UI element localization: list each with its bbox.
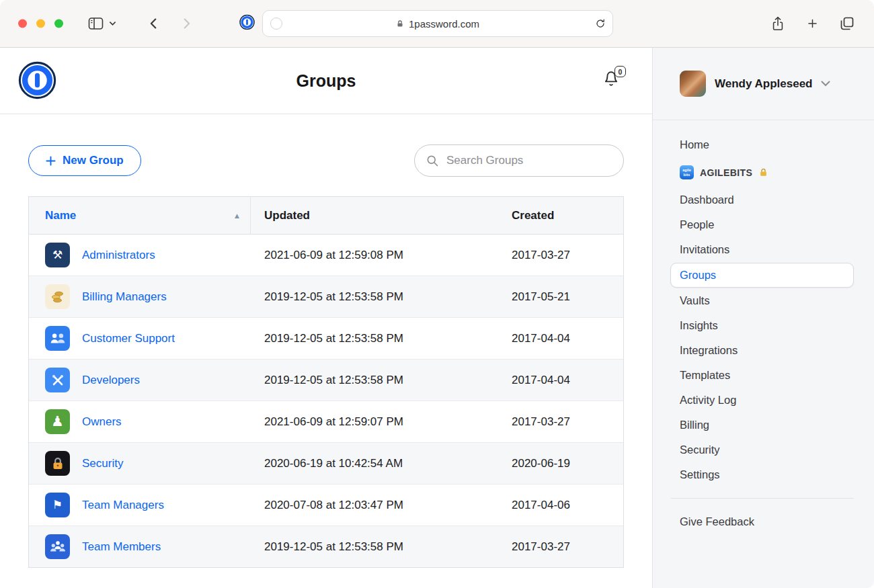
zoom-window-button[interactable] [54, 19, 63, 28]
tabs-icon [839, 15, 855, 32]
sidebar-item-billing[interactable]: Billing [653, 413, 874, 437]
secure-lock-icon [396, 19, 404, 28]
chevron-down-icon [109, 21, 116, 26]
table-row-team-managers[interactable]: ⚑ Team Managers 2020-07-08 at 12:03:47 P… [29, 484, 623, 526]
account-name: Wendy Appleseed [715, 77, 812, 91]
sidebar-item-agilebits[interactable]: agile bits AGILEBITS [653, 157, 874, 187]
forward-button[interactable] [179, 16, 194, 31]
created-cell: 2017-03-27 [498, 249, 623, 262]
page-title: Groups [296, 71, 356, 91]
search-input[interactable] [445, 153, 612, 168]
new-tab-button[interactable] [806, 17, 819, 30]
sidebar-icon [87, 16, 104, 31]
column-header-created[interactable]: Created [498, 197, 623, 234]
url-text: 1password.com [409, 18, 479, 30]
sidebar-item-activity-log[interactable]: Activity Log [653, 388, 874, 413]
tab-overview-button[interactable] [839, 15, 855, 32]
group-link[interactable]: Team Managers [82, 499, 164, 512]
page-header: Groups 0 [0, 48, 652, 114]
created-cell: 2020-06-19 [498, 457, 623, 470]
table-row-developers[interactable]: Developers 2019-12-05 at 12:53:58 PM 201… [29, 359, 623, 401]
people-group-icon [45, 534, 70, 559]
back-button[interactable] [147, 16, 161, 31]
window-controls [18, 19, 63, 28]
main-content: Groups 0 New Group [0, 48, 652, 588]
search-icon [426, 154, 439, 167]
address-bar[interactable]: 1password.com [262, 10, 613, 37]
search-groups-field[interactable] [414, 144, 624, 177]
flag-icon: ⚑ [45, 493, 70, 517]
created-cell: 2017-03-27 [498, 540, 623, 554]
site-settings-icon[interactable] [270, 17, 282, 30]
sidebar-item-integrations[interactable]: Integrations [653, 338, 874, 363]
crossed-tools-icon: ⚒ [45, 243, 70, 267]
column-header-updated[interactable]: Updated [251, 197, 498, 234]
reload-icon [595, 18, 606, 29]
sidebar-menu-chevron[interactable] [109, 21, 116, 26]
updated-cell: 2019-12-05 at 12:53:58 PM [251, 332, 498, 345]
account-sidebar: Wendy Appleseed Home agile bits AGILEBIT… [652, 48, 874, 588]
reload-button[interactable] [595, 18, 606, 29]
table-body: ⚒ Administrators 2021-06-09 at 12:59:08 … [29, 235, 623, 567]
updated-cell: 2020-07-08 at 12:03:47 PM [251, 499, 498, 512]
share-icon [770, 15, 785, 32]
group-link[interactable]: Team Members [82, 540, 161, 554]
updated-cell: 2021-06-09 at 12:59:07 PM [251, 415, 498, 429]
avatar [680, 71, 706, 97]
wrench-hammer-icon [45, 368, 70, 392]
chevron-right-icon [179, 16, 194, 31]
sidebar-toggle-button[interactable] [87, 16, 104, 31]
chevron-down-icon [821, 81, 830, 87]
created-cell: 2017-04-06 [498, 499, 623, 512]
people-icon [45, 326, 70, 351]
group-link[interactable]: Security [82, 457, 123, 470]
gold-lock-icon [758, 167, 768, 177]
padlock-icon [45, 451, 70, 476]
sidebar-item-home[interactable]: Home [653, 132, 874, 157]
table-row-customer-support[interactable]: Customer Support 2019-12-05 at 12:53:58 … [29, 317, 623, 359]
sidebar-item-insights[interactable]: Insights [653, 313, 874, 338]
group-link[interactable]: Developers [82, 374, 140, 387]
group-link[interactable]: Customer Support [82, 332, 175, 345]
new-group-button[interactable]: New Group [28, 145, 141, 176]
created-cell: 2017-03-27 [498, 415, 623, 429]
sort-ascending-icon: ▲ [235, 212, 239, 219]
sidebar-nav: Home agile bits AGILEBITS Dashboard Peop… [653, 120, 874, 534]
created-cell: 2017-04-04 [498, 374, 623, 387]
table-row-owners[interactable]: ♟ Owners 2021-06-09 at 12:59:07 PM 2017-… [29, 401, 623, 442]
column-header-name[interactable]: Name ▲ [29, 197, 251, 234]
table-row-administrators[interactable]: ⚒ Administrators 2021-06-09 at 12:59:08 … [29, 235, 623, 276]
groups-table: Name ▲ Updated Created ⚒ Admi [28, 196, 624, 568]
group-link[interactable]: Billing Managers [82, 290, 167, 304]
updated-cell: 2020-06-19 at 10:42:54 AM [251, 457, 498, 470]
notifications-button[interactable]: 0 [601, 68, 623, 91]
new-group-label: New Group [63, 154, 124, 167]
chess-piece-icon: ♟ [45, 409, 70, 434]
sidebar-item-groups[interactable]: Groups [670, 263, 854, 288]
sidebar-item-dashboard[interactable]: Dashboard [653, 187, 874, 212]
table-row-security[interactable]: Security 2020-06-19 at 10:42:54 AM 2020-… [29, 442, 623, 484]
sidebar-item-settings[interactable]: Settings [653, 462, 874, 487]
share-button[interactable] [770, 15, 785, 32]
browser-window: 1password.com [0, 0, 874, 588]
account-menu[interactable]: Wendy Appleseed [653, 48, 874, 120]
sidebar-item-people[interactable]: People [653, 212, 874, 237]
minimize-window-button[interactable] [36, 19, 45, 28]
sidebar-item-give-feedback[interactable]: Give Feedback [653, 509, 874, 534]
agilebits-icon: agile bits [680, 165, 694, 179]
sidebar-item-templates[interactable]: Templates [653, 363, 874, 388]
sidebar-item-security[interactable]: Security [653, 437, 874, 462]
group-link[interactable]: Owners [82, 415, 122, 429]
sidebar-item-vaults[interactable]: Vaults [653, 288, 874, 313]
updated-cell: 2019-12-05 at 12:53:58 PM [251, 540, 498, 554]
group-link[interactable]: Administrators [82, 249, 155, 262]
plus-icon [46, 156, 56, 166]
notification-badge: 0 [614, 66, 626, 77]
sidebar-item-invitations[interactable]: Invitations [653, 237, 874, 262]
table-row-team-members[interactable]: Team Members 2019-12-05 at 12:53:58 PM 2… [29, 526, 623, 567]
updated-cell: 2019-12-05 at 12:53:58 PM [251, 290, 498, 304]
coins-icon [45, 284, 70, 309]
close-window-button[interactable] [18, 19, 27, 28]
table-row-billing-managers[interactable]: Billing Managers 2019-12-05 at 12:53:58 … [29, 276, 623, 317]
browser-toolbar: 1password.com [0, 0, 874, 48]
